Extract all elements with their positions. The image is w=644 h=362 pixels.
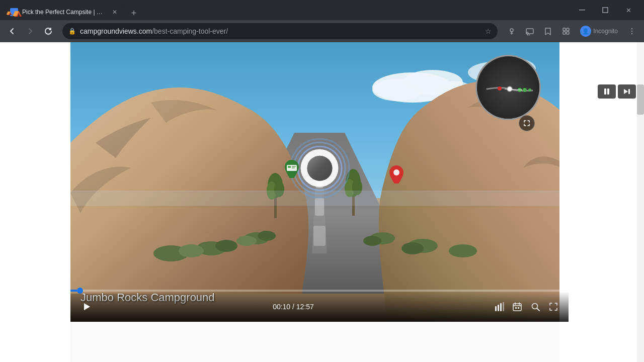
svg-rect-64: [513, 304, 521, 311]
left-margin: [0, 42, 70, 362]
svg-rect-72: [604, 88, 606, 95]
skip-button[interactable]: [618, 84, 636, 99]
svg-rect-4: [563, 28, 566, 31]
mini-map-expand-button[interactable]: [519, 115, 535, 131]
map-pin-green[interactable]: [285, 160, 299, 180]
back-button[interactable]: [4, 23, 20, 39]
svg-point-27: [258, 231, 276, 241]
tab-close-button[interactable]: ✕: [111, 8, 119, 16]
profile-avatar: 👤: [580, 26, 591, 37]
nav-bar: 🔒 campgroundviews.com/best-camping-tool-…: [0, 20, 644, 42]
svg-rect-7: [567, 32, 569, 34]
lock-icon: 🔒: [68, 28, 76, 35]
search-button[interactable]: [528, 300, 542, 314]
minimize-button[interactable]: [571, 0, 594, 20]
svg-point-56: [523, 88, 527, 92]
svg-point-2: [510, 29, 513, 32]
video-controls: 00:10 / 12:57: [70, 292, 569, 322]
extensions-icon[interactable]: [558, 23, 574, 39]
svg-rect-49: [288, 166, 291, 168]
svg-point-34: [363, 236, 381, 246]
svg-point-37: [449, 244, 477, 257]
below-video: [70, 322, 569, 362]
video-container[interactable]: Jumbo Rocks Campground: [70, 42, 569, 322]
svg-rect-1: [603, 8, 608, 13]
address-text: campgroundviews.com/best-camping-tool-ev…: [80, 27, 481, 35]
svg-point-36: [401, 242, 424, 254]
maximize-button[interactable]: [594, 0, 617, 20]
svg-point-58: [498, 86, 502, 90]
svg-marker-74: [624, 89, 628, 94]
scrollbar-thumb[interactable]: [637, 84, 644, 115]
map-pin-red[interactable]: [389, 165, 404, 186]
svg-point-30: [215, 240, 237, 252]
svg-rect-63: [503, 302, 504, 311]
pause-button[interactable]: [598, 84, 616, 99]
svg-rect-5: [567, 28, 569, 31]
address-bar[interactable]: 🔒 campgroundviews.com/best-camping-tool-…: [62, 23, 498, 39]
menu-button[interactable]: [624, 23, 640, 39]
svg-marker-59: [84, 303, 90, 310]
svg-rect-73: [607, 88, 609, 95]
svg-point-70: [532, 304, 538, 309]
profile-label: Incognito: [593, 28, 618, 35]
svg-rect-0: [579, 10, 585, 11]
toolbar-icons: 👤 Incognito: [504, 23, 640, 39]
active-tab[interactable]: ⛺ Pick the Perfect Campsite | Camp ✕: [4, 4, 125, 20]
window-controls: ✕: [571, 0, 640, 20]
tab-favicon: ⛺: [10, 8, 18, 16]
calendar-button[interactable]: [510, 300, 524, 314]
address-domain: campgroundviews.com: [80, 27, 152, 35]
svg-rect-46: [70, 191, 569, 206]
svg-point-28: [236, 236, 257, 246]
cast-icon[interactable]: [522, 23, 538, 39]
control-icons: [492, 300, 560, 314]
svg-point-52: [393, 169, 399, 175]
svg-rect-50: [292, 166, 296, 167]
svg-point-57: [528, 88, 531, 92]
svg-rect-25: [313, 226, 326, 246]
svg-rect-62: [500, 303, 502, 311]
tabs-area: ⛺ Pick the Perfect Campsite | Camp ✕ +: [4, 0, 571, 20]
play-button[interactable]: [78, 299, 95, 315]
scrollbar[interactable]: [637, 84, 644, 362]
svg-point-32: [179, 244, 204, 257]
new-tab-button[interactable]: +: [127, 6, 141, 20]
svg-line-71: [537, 309, 540, 311]
svg-rect-3: [526, 29, 533, 34]
mini-map: [475, 55, 541, 120]
svg-rect-6: [563, 32, 566, 34]
page-content: Jumbo Rocks Campground: [0, 42, 637, 362]
password-icon[interactable]: [504, 23, 520, 39]
fullscreen-button[interactable]: [546, 300, 560, 314]
svg-rect-68: [515, 307, 517, 309]
svg-point-8: [631, 28, 632, 29]
bookmark-icon2[interactable]: [540, 23, 556, 39]
media-controls: [598, 84, 636, 99]
svg-rect-75: [628, 89, 630, 94]
tab-title: Pick the Perfect Campsite | Camp: [22, 9, 107, 16]
svg-point-14: [372, 79, 423, 101]
profile-button[interactable]: 👤 Incognito: [576, 24, 622, 39]
browser-chrome: ⛺ Pick the Perfect Campsite | Camp ✕ + ✕: [0, 0, 644, 42]
svg-point-9: [631, 31, 632, 32]
time-display: 00:10 / 12:57: [101, 303, 486, 311]
address-path: /best-camping-tool-ever/: [152, 27, 228, 35]
nav-dot-center[interactable]: [301, 149, 339, 187]
stats-button[interactable]: [492, 300, 506, 314]
bookmark-icon[interactable]: ☆: [485, 27, 492, 35]
forward-button[interactable]: [22, 23, 38, 39]
content-area: Jumbo Rocks Campground: [0, 42, 644, 362]
svg-rect-60: [495, 306, 497, 311]
refresh-button[interactable]: [40, 23, 56, 39]
svg-rect-51: [292, 167, 295, 168]
svg-rect-61: [498, 305, 499, 311]
svg-point-10: [631, 33, 632, 34]
title-bar: ⛺ Pick the Perfect Campsite | Camp ✕ + ✕: [0, 0, 644, 20]
svg-rect-69: [518, 307, 519, 309]
close-button[interactable]: ✕: [617, 0, 640, 20]
